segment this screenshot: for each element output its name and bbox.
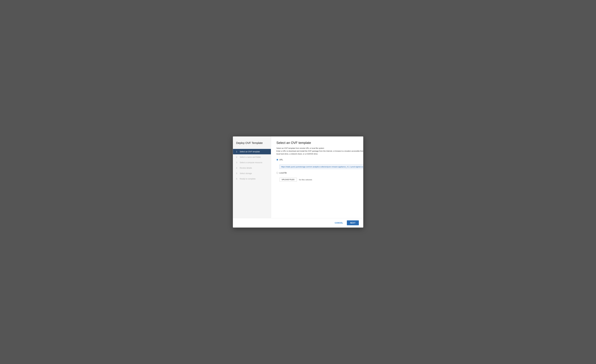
upload-files-button[interactable]: UPLOAD FILES [279, 178, 297, 182]
step-3-label: Select a compute resource [240, 161, 262, 163]
url-input-container [279, 164, 363, 169]
deploy-ovf-dialog: Deploy OVF Template 1 Select an OVF temp… [233, 136, 363, 228]
next-button[interactable]: NEXT [347, 220, 359, 225]
radio-group: URL Local file UPLOAD FILES No files sel… [276, 159, 363, 182]
local-file-section: UPLOAD FILES No files selected. [279, 178, 363, 182]
step-4-label: Review details [240, 167, 252, 169]
url-radio[interactable] [276, 159, 278, 161]
dialog-body: Deploy OVF Template 1 Select an OVF temp… [233, 137, 363, 218]
step-3-num: 3 [236, 161, 238, 163]
step-6-label: Ready to complete [240, 178, 256, 180]
step-5[interactable]: 5 Select storage [233, 171, 271, 176]
steps-list: 1 Select an OVF template 2 Select a name… [233, 149, 271, 182]
content-description: Select an OVF template from remote URL o… [276, 147, 363, 155]
main-content: × Select an OVF template Select an OVF t… [271, 137, 363, 218]
step-4[interactable]: 4 Review details [233, 165, 271, 171]
backdrop: Deploy OVF Template 1 Select an OVF temp… [0, 0, 596, 364]
sidebar-title: Deploy OVF Template [233, 139, 271, 148]
url-option: URL [276, 159, 363, 161]
step-3[interactable]: 3 Select a compute resource [233, 160, 271, 165]
description-line2: Enter a URL to download and install the … [276, 150, 363, 156]
url-input[interactable] [279, 164, 363, 169]
local-file-radio-label[interactable]: Local file [279, 172, 287, 174]
cancel-button[interactable]: CANCEL [333, 221, 345, 225]
step-5-num: 5 [236, 172, 238, 174]
step-1-label: Select an OVF template [240, 150, 260, 153]
dialog-footer: CANCEL NEXT [233, 218, 363, 227]
step-1-num: 1 [236, 150, 238, 153]
url-radio-label[interactable]: URL [279, 159, 283, 161]
local-file-radio[interactable] [276, 172, 278, 174]
local-file-option: Local file [276, 172, 363, 174]
description-line1: Select an OVF template from remote URL o… [276, 147, 363, 150]
step-6[interactable]: 6 Ready to complete [233, 176, 271, 182]
step-1[interactable]: 1 Select an OVF template [233, 149, 271, 154]
step-2-num: 2 [236, 156, 238, 158]
step-4-num: 4 [236, 167, 238, 169]
step-6-num: 6 [236, 178, 238, 180]
step-2[interactable]: 2 Select a name and folder [233, 154, 271, 160]
content-title: Select an OVF template [276, 141, 363, 145]
no-files-label: No files selected. [299, 179, 313, 181]
step-5-label: Select storage [240, 172, 252, 174]
sidebar: Deploy OVF Template 1 Select an OVF temp… [233, 137, 271, 218]
step-2-label: Select a name and folder [240, 156, 261, 158]
